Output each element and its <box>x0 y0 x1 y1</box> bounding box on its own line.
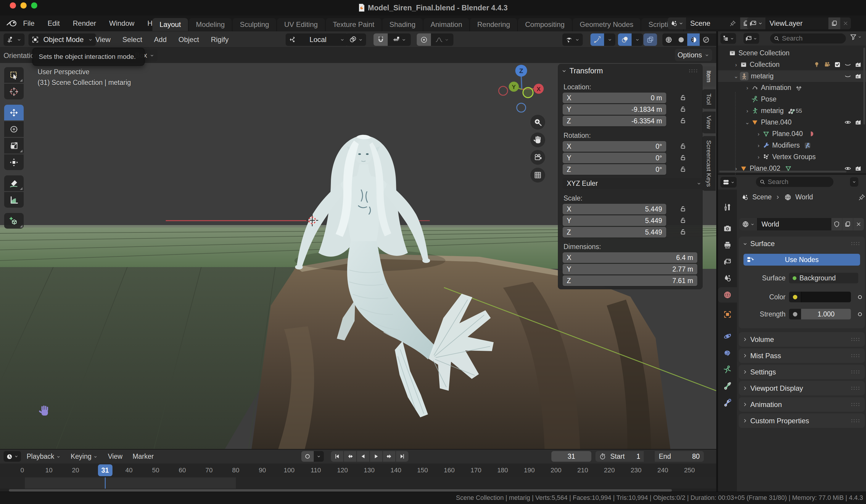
world-browse-button[interactable] <box>739 218 757 230</box>
panel-viewport-display[interactable]: Viewport Display <box>739 381 865 396</box>
outliner-hscrollbar[interactable] <box>719 171 846 172</box>
viewport-3d[interactable]: Z X Y User Perspective (31) Scene Collec… <box>0 63 716 449</box>
bulb-toggle[interactable] <box>813 61 820 68</box>
outliner-row-metarig[interactable]: ›metarig55 <box>718 105 866 116</box>
snap-settings-dropdown[interactable] <box>388 33 411 46</box>
rotation-mode-dropdown[interactable]: XYZ Euler <box>563 178 706 189</box>
prev-keyframe-button[interactable] <box>344 451 356 462</box>
strength-socket-button[interactable] <box>789 309 801 319</box>
gizmos-dropdown[interactable] <box>604 33 615 46</box>
next-keyframe-button[interactable] <box>383 451 396 462</box>
timeline-menu-marker[interactable]: Marker <box>133 453 154 460</box>
options-dropdown[interactable]: Options <box>675 49 712 61</box>
properties-tab-physics[interactable] <box>718 329 737 344</box>
properties-options-button[interactable] <box>850 177 858 187</box>
jump-to-end-button[interactable] <box>396 451 409 462</box>
outliner-row-plane-040[interactable]: ›Plane.040 <box>718 128 866 140</box>
lock-open-icon[interactable] <box>679 217 687 224</box>
properties-tab-bone[interactable] <box>718 378 737 394</box>
transform-rotation-z[interactable]: Z0° <box>563 164 666 175</box>
use-nodes-button[interactable]: Use Nodes <box>743 254 860 266</box>
overlays-dropdown[interactable] <box>632 33 643 46</box>
workspace-tab-uv-editing[interactable]: UV Editing <box>277 18 325 31</box>
blender-logo-icon[interactable] <box>6 19 18 27</box>
outliner-row-plane-040[interactable]: ⌄Plane.040 <box>718 116 866 128</box>
eye-toggle[interactable] <box>844 118 852 126</box>
sidebar-tab-item[interactable]: Item <box>702 66 715 87</box>
panel-volume[interactable]: Volume <box>739 332 865 347</box>
expand-icon[interactable]: › <box>743 108 751 114</box>
frame-start-field[interactable]: Start 1 <box>596 451 644 462</box>
scale-tool[interactable] <box>4 138 24 153</box>
panel-animation[interactable]: Animation <box>739 397 865 412</box>
properties-editor-type-button[interactable] <box>720 177 737 187</box>
transform-rotation-y[interactable]: Y0° <box>563 153 666 163</box>
color-swatch[interactable] <box>801 291 851 302</box>
outliner-row-metarig[interactable]: ⌄metarig <box>718 70 866 82</box>
shading-rendered-button[interactable] <box>700 33 712 46</box>
annotate-tool[interactable] <box>4 175 24 191</box>
world-unlink-button[interactable] <box>853 218 864 230</box>
lock-open-icon[interactable] <box>679 105 687 113</box>
gizmos-toggle[interactable] <box>590 33 604 46</box>
transform-orientation-dropdown[interactable]: Local <box>286 33 348 46</box>
outliner-row-animation[interactable]: ›Animation <box>718 82 866 93</box>
lock-open-icon[interactable] <box>679 228 687 236</box>
viewport-menu-object[interactable]: Object <box>178 34 199 46</box>
lock-open-icon[interactable] <box>679 117 687 125</box>
move-tool[interactable] <box>4 105 24 121</box>
workspace-tab-modeling[interactable]: Modeling <box>189 18 232 31</box>
mode-dropdown[interactable]: Object Mode <box>29 33 96 46</box>
viewport-menu-view[interactable]: View <box>95 34 111 46</box>
breadcrumb-world[interactable]: World <box>795 193 813 201</box>
outliner-row-vertex-groups[interactable]: ›Vertex Groups <box>718 151 866 163</box>
menu-edit[interactable]: Edit <box>47 18 60 29</box>
pin-icon[interactable] <box>730 20 736 27</box>
lock-rotation-z[interactable] <box>679 165 687 174</box>
workspace-tab-rendering[interactable]: Rendering <box>470 18 517 31</box>
lock-open-icon[interactable] <box>679 205 687 213</box>
play-reverse-button[interactable] <box>357 451 369 462</box>
outliner-row-modifiers[interactable]: ›Modifiers <box>718 140 866 151</box>
show-object-types-dropdown[interactable] <box>562 33 583 46</box>
viewport-menu-rigify[interactable]: Rigify <box>210 34 229 46</box>
editor-type-button[interactable] <box>3 33 24 46</box>
menu-file[interactable]: File <box>22 18 35 29</box>
eyeclosed-toggle[interactable] <box>844 72 852 80</box>
surface-type-dropdown[interactable]: Background <box>789 273 858 283</box>
lock-open-icon[interactable] <box>679 165 687 173</box>
timeline-menu-view[interactable]: View <box>108 453 122 460</box>
animate-color-dot[interactable] <box>858 295 862 299</box>
rotate-tool[interactable] <box>4 121 24 137</box>
current-frame-field[interactable]: 31 <box>551 451 591 462</box>
proportional-edit-toggle[interactable] <box>417 33 431 46</box>
expand-icon[interactable]: ⌄ <box>743 119 751 126</box>
sidebar-tab-tool[interactable]: Tool <box>702 89 715 109</box>
fake-user-button[interactable] <box>831 218 842 230</box>
shading-material-button[interactable] <box>687 33 700 46</box>
transform-location-z[interactable]: Z-6.3354 m <box>563 116 666 126</box>
outliner-vscrollbar[interactable] <box>863 48 865 125</box>
outliner-row-plane-002[interactable]: ›Plane.002 <box>718 163 866 174</box>
viewlayer-name-field[interactable]: ViewLayer <box>765 18 829 29</box>
lock-scale-y[interactable] <box>679 217 687 225</box>
transform-rotation-x[interactable]: X0° <box>563 141 666 152</box>
pivot-point-dropdown[interactable] <box>346 33 366 46</box>
outliner-row-collection[interactable]: ›Collection <box>718 59 866 70</box>
properties-tab-render[interactable] <box>718 221 737 236</box>
proportional-falloff-dropdown[interactable] <box>431 33 453 46</box>
overlays-toggle[interactable] <box>618 33 632 46</box>
transform-dimensions-z[interactable]: Z7.61 m <box>563 275 697 286</box>
animate-strength-dot[interactable] <box>858 312 862 316</box>
outliner-filter-id-button[interactable] <box>743 33 759 44</box>
cursor-tool[interactable] <box>4 84 24 99</box>
panel-grip-icon[interactable] <box>851 402 861 407</box>
outliner-filter-button[interactable] <box>850 33 862 41</box>
properties-tab-output[interactable] <box>718 238 737 253</box>
transform-scale-z[interactable]: Z5.449 <box>563 227 666 238</box>
lock-open-icon[interactable] <box>679 154 687 161</box>
panel-grip-icon[interactable] <box>851 241 861 246</box>
properties-tab-world[interactable] <box>718 287 737 302</box>
chevron-down-icon[interactable] <box>561 68 567 74</box>
checkbox-toggle[interactable] <box>834 61 841 68</box>
